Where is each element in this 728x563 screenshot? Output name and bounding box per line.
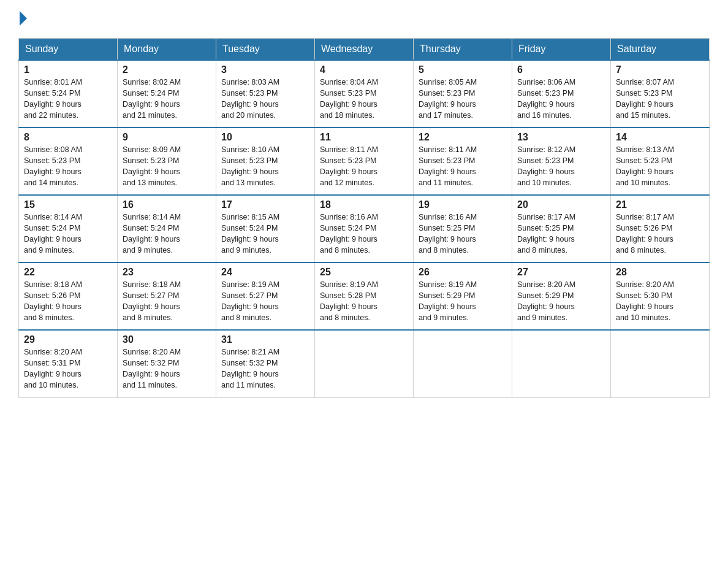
day-number: 12: [419, 132, 507, 143]
day-info: Sunrise: 8:17 AMSunset: 5:26 PMDaylight:…: [616, 213, 674, 255]
calendar-cell: 2 Sunrise: 8:02 AMSunset: 5:24 PMDayligh…: [118, 60, 216, 128]
day-info: Sunrise: 8:12 AMSunset: 5:23 PMDaylight:…: [517, 145, 575, 187]
day-number: 25: [320, 267, 408, 278]
day-info: Sunrise: 8:17 AMSunset: 5:25 PMDaylight:…: [517, 213, 575, 255]
calendar-cell: 8 Sunrise: 8:08 AMSunset: 5:23 PMDayligh…: [19, 128, 118, 195]
weekday-header-thursday: Thursday: [414, 39, 512, 61]
day-info: Sunrise: 8:10 AMSunset: 5:23 PMDaylight:…: [221, 145, 279, 187]
day-number: 30: [123, 334, 211, 345]
calendar-table: SundayMondayTuesdayWednesdayThursdayFrid…: [18, 38, 710, 398]
day-info: Sunrise: 8:09 AMSunset: 5:23 PMDaylight:…: [123, 145, 181, 187]
day-info: Sunrise: 8:19 AMSunset: 5:29 PMDaylight:…: [419, 280, 477, 322]
calendar-cell: 26 Sunrise: 8:19 AMSunset: 5:29 PMDaylig…: [414, 262, 512, 330]
calendar-cell: 24 Sunrise: 8:19 AMSunset: 5:27 PMDaylig…: [216, 262, 315, 330]
logo: [18, 12, 27, 27]
day-number: 13: [517, 132, 605, 143]
day-number: 17: [221, 199, 309, 210]
weekday-header-wednesday: Wednesday: [315, 39, 414, 61]
day-info: Sunrise: 8:16 AMSunset: 5:24 PMDaylight:…: [320, 213, 378, 255]
day-number: 29: [24, 334, 112, 345]
day-info: Sunrise: 8:13 AMSunset: 5:23 PMDaylight:…: [616, 145, 674, 187]
day-info: Sunrise: 8:14 AMSunset: 5:24 PMDaylight:…: [24, 213, 82, 255]
calendar-cell: 29 Sunrise: 8:20 AMSunset: 5:31 PMDaylig…: [19, 330, 118, 397]
day-number: 14: [616, 132, 704, 143]
day-number: 15: [24, 199, 112, 210]
calendar-week-row: 1 Sunrise: 8:01 AMSunset: 5:24 PMDayligh…: [19, 60, 710, 128]
day-number: 8: [24, 132, 112, 143]
day-info: Sunrise: 8:02 AMSunset: 5:24 PMDaylight:…: [123, 78, 181, 120]
calendar-cell: 12 Sunrise: 8:11 AMSunset: 5:23 PMDaylig…: [414, 128, 512, 195]
day-number: 5: [419, 64, 507, 75]
logo-triangle-icon: [20, 11, 27, 26]
calendar-cell: 14 Sunrise: 8:13 AMSunset: 5:23 PMDaylig…: [611, 128, 710, 195]
day-info: Sunrise: 8:06 AMSunset: 5:23 PMDaylight:…: [517, 78, 575, 120]
day-number: 28: [616, 267, 704, 278]
day-number: 20: [517, 199, 605, 210]
weekday-header-sunday: Sunday: [19, 39, 118, 61]
calendar-cell: 9 Sunrise: 8:09 AMSunset: 5:23 PMDayligh…: [118, 128, 216, 195]
day-number: 2: [123, 64, 211, 75]
calendar-cell: 19 Sunrise: 8:16 AMSunset: 5:25 PMDaylig…: [414, 195, 512, 262]
day-info: Sunrise: 8:19 AMSunset: 5:28 PMDaylight:…: [320, 280, 378, 322]
day-info: Sunrise: 8:18 AMSunset: 5:26 PMDaylight:…: [24, 280, 82, 322]
calendar-cell: [315, 330, 414, 397]
day-info: Sunrise: 8:07 AMSunset: 5:23 PMDaylight:…: [616, 78, 674, 120]
day-number: 3: [221, 64, 309, 75]
calendar-cell: 27 Sunrise: 8:20 AMSunset: 5:29 PMDaylig…: [512, 262, 611, 330]
calendar-cell: [512, 330, 611, 397]
day-info: Sunrise: 8:15 AMSunset: 5:24 PMDaylight:…: [221, 213, 279, 255]
day-number: 24: [221, 267, 309, 278]
calendar-cell: [611, 330, 710, 397]
calendar-week-row: 29 Sunrise: 8:20 AMSunset: 5:31 PMDaylig…: [19, 330, 710, 397]
day-number: 23: [123, 267, 211, 278]
day-info: Sunrise: 8:16 AMSunset: 5:25 PMDaylight:…: [419, 213, 477, 255]
weekday-header-row: SundayMondayTuesdayWednesdayThursdayFrid…: [19, 39, 710, 61]
calendar-cell: 6 Sunrise: 8:06 AMSunset: 5:23 PMDayligh…: [512, 60, 611, 128]
day-number: 18: [320, 199, 408, 210]
calendar-week-row: 8 Sunrise: 8:08 AMSunset: 5:23 PMDayligh…: [19, 128, 710, 195]
calendar-cell: 21 Sunrise: 8:17 AMSunset: 5:26 PMDaylig…: [611, 195, 710, 262]
calendar-cell: 22 Sunrise: 8:18 AMSunset: 5:26 PMDaylig…: [19, 262, 118, 330]
weekday-header-friday: Friday: [512, 39, 611, 61]
calendar-cell: 10 Sunrise: 8:10 AMSunset: 5:23 PMDaylig…: [216, 128, 315, 195]
calendar-cell: 15 Sunrise: 8:14 AMSunset: 5:24 PMDaylig…: [19, 195, 118, 262]
day-number: 6: [517, 64, 605, 75]
day-info: Sunrise: 8:11 AMSunset: 5:23 PMDaylight:…: [320, 145, 378, 187]
day-info: Sunrise: 8:19 AMSunset: 5:27 PMDaylight:…: [221, 280, 279, 322]
day-number: 10: [221, 132, 309, 143]
day-number: 19: [419, 199, 507, 210]
page-header: [18, 12, 710, 27]
calendar-week-row: 15 Sunrise: 8:14 AMSunset: 5:24 PMDaylig…: [19, 195, 710, 262]
day-number: 9: [123, 132, 211, 143]
calendar-cell: 5 Sunrise: 8:05 AMSunset: 5:23 PMDayligh…: [414, 60, 512, 128]
calendar-cell: 20 Sunrise: 8:17 AMSunset: 5:25 PMDaylig…: [512, 195, 611, 262]
day-number: 21: [616, 199, 704, 210]
calendar-cell: [414, 330, 512, 397]
calendar-cell: 4 Sunrise: 8:04 AMSunset: 5:23 PMDayligh…: [315, 60, 414, 128]
weekday-header-saturday: Saturday: [611, 39, 710, 61]
calendar-cell: 7 Sunrise: 8:07 AMSunset: 5:23 PMDayligh…: [611, 60, 710, 128]
day-number: 27: [517, 267, 605, 278]
day-info: Sunrise: 8:20 AMSunset: 5:30 PMDaylight:…: [616, 280, 674, 322]
day-info: Sunrise: 8:11 AMSunset: 5:23 PMDaylight:…: [419, 145, 477, 187]
calendar-cell: 17 Sunrise: 8:15 AMSunset: 5:24 PMDaylig…: [216, 195, 315, 262]
day-info: Sunrise: 8:05 AMSunset: 5:23 PMDaylight:…: [419, 78, 477, 120]
calendar-cell: 30 Sunrise: 8:20 AMSunset: 5:32 PMDaylig…: [118, 330, 216, 397]
day-info: Sunrise: 8:21 AMSunset: 5:32 PMDaylight:…: [221, 348, 279, 389]
day-number: 16: [123, 199, 211, 210]
day-info: Sunrise: 8:04 AMSunset: 5:23 PMDaylight:…: [320, 78, 378, 120]
day-number: 26: [419, 267, 507, 278]
calendar-cell: 31 Sunrise: 8:21 AMSunset: 5:32 PMDaylig…: [216, 330, 315, 397]
day-number: 4: [320, 64, 408, 75]
calendar-cell: 13 Sunrise: 8:12 AMSunset: 5:23 PMDaylig…: [512, 128, 611, 195]
day-info: Sunrise: 8:20 AMSunset: 5:29 PMDaylight:…: [517, 280, 575, 322]
day-number: 22: [24, 267, 112, 278]
day-info: Sunrise: 8:18 AMSunset: 5:27 PMDaylight:…: [123, 280, 181, 322]
calendar-cell: 3 Sunrise: 8:03 AMSunset: 5:23 PMDayligh…: [216, 60, 315, 128]
calendar-cell: 16 Sunrise: 8:14 AMSunset: 5:24 PMDaylig…: [118, 195, 216, 262]
day-number: 1: [24, 64, 112, 75]
calendar-cell: 28 Sunrise: 8:20 AMSunset: 5:30 PMDaylig…: [611, 262, 710, 330]
day-number: 11: [320, 132, 408, 143]
weekday-header-monday: Monday: [118, 39, 216, 61]
day-info: Sunrise: 8:20 AMSunset: 5:31 PMDaylight:…: [24, 348, 82, 389]
